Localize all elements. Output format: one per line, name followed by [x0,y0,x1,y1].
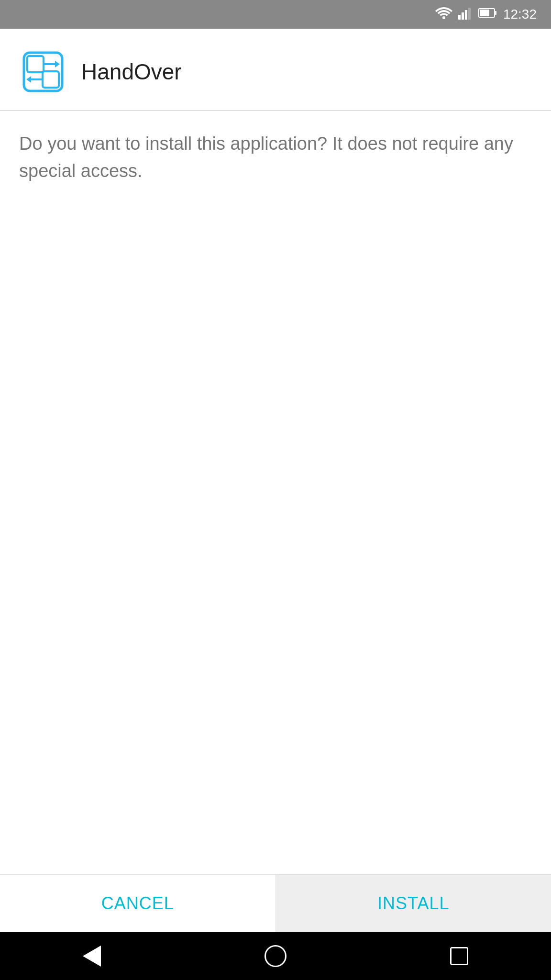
app-title: HandOver [81,59,182,85]
svg-rect-7 [480,10,489,16]
nav-recent-button[interactable] [445,942,474,970]
svg-rect-2 [462,12,464,20]
svg-rect-3 [465,10,467,20]
status-bar: 12:32 [0,0,551,29]
app-icon [22,50,65,93]
battery-icon [478,7,497,22]
nav-home-button[interactable] [261,942,290,970]
nav-back-button[interactable] [77,942,106,970]
install-button[interactable]: INSTALL [276,875,551,932]
signal-strength-icon [458,6,473,22]
main-container: HandOver Do you want to install this app… [0,29,551,932]
svg-point-0 [442,16,445,19]
recent-icon [450,947,468,965]
app-header: HandOver [0,29,551,110]
install-description: Do you want to install this application?… [19,130,532,185]
status-icons: 12:32 [435,6,537,22]
svg-rect-4 [468,8,471,20]
description-section: Do you want to install this application?… [0,111,551,874]
cancel-button[interactable]: CANCEL [0,875,276,932]
action-buttons: CANCEL INSTALL [0,875,551,932]
svg-rect-1 [458,15,461,20]
navigation-bar [0,932,551,980]
status-time: 12:32 [503,7,537,22]
app-icon-container [19,48,67,96]
home-icon [264,945,287,967]
svg-rect-6 [495,11,496,15]
wifi-icon [435,6,452,22]
back-icon [83,946,101,967]
